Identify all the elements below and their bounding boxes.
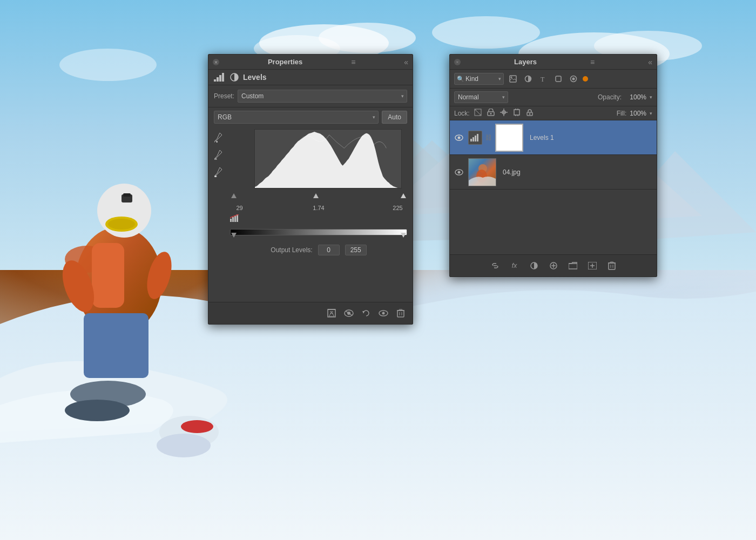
fx-icon: fx <box>512 262 517 269</box>
black-point-handle[interactable] <box>231 193 237 198</box>
preset-label: Preset: <box>214 92 234 100</box>
svg-rect-33 <box>217 77 219 82</box>
blend-mode-select[interactable]: Normal Dissolve Multiply Screen Overlay <box>454 91 508 103</box>
layers-collapse-icon[interactable]: « <box>648 58 652 66</box>
eyedropper-gray-icon <box>214 149 223 160</box>
filter-adjustment-button[interactable] <box>522 73 534 85</box>
photo-thumb-svg <box>469 159 496 186</box>
properties-close-button[interactable]: × <box>213 59 219 65</box>
layers-menu-icon[interactable]: ≡ <box>590 58 595 66</box>
layer-row-photo[interactable]: 04.jpg <box>450 155 657 190</box>
blend-opacity-row: Normal Dissolve Multiply Screen Overlay … <box>450 89 657 106</box>
filter-shape-button[interactable] <box>552 73 564 85</box>
gray-point-eyedropper[interactable] <box>213 148 225 160</box>
link-layers-icon <box>491 262 500 269</box>
lock-position-button[interactable] <box>499 109 509 118</box>
opacity-label: Opacity: <box>598 93 622 101</box>
filter-active-indicator <box>583 76 588 82</box>
layers-close-button[interactable]: × <box>454 59 461 65</box>
add-adjustment-button[interactable] <box>547 259 560 272</box>
lock-artboard-button[interactable] <box>512 109 522 118</box>
adjustment-circle-icon <box>230 73 239 82</box>
svg-point-67 <box>572 78 575 80</box>
photo-thumb <box>468 158 496 186</box>
preset-chevron-icon: ▾ <box>401 93 404 99</box>
delete-layer-button[interactable] <box>605 259 618 272</box>
add-group-button[interactable] <box>566 259 579 272</box>
kind-filter-select[interactable]: Kind Name Effect Mode Attribute Color <box>465 75 497 83</box>
lock-pixels-button[interactable] <box>486 109 496 118</box>
properties-menu-icon[interactable]: ≡ <box>351 58 355 66</box>
svg-rect-65 <box>556 76 561 82</box>
output-white-handle[interactable] <box>401 233 406 238</box>
search-icon: 🔍 <box>457 76 464 83</box>
levels-header: Levels <box>208 70 413 85</box>
black-point-eyedropper[interactable] <box>213 131 225 143</box>
panel-controls-left: × <box>213 59 219 65</box>
add-layer-button[interactable] <box>586 259 599 272</box>
channel-select[interactable]: RGB Red Green Blue <box>214 111 379 124</box>
properties-bottom-toolbar <box>208 302 413 324</box>
input-values-row <box>230 204 407 212</box>
output-black-handle[interactable] <box>231 233 237 238</box>
lock-transparent-button[interactable] <box>473 109 483 118</box>
photo-thumb-wrap <box>468 158 496 186</box>
layers-controls-left: × <box>454 59 461 65</box>
lock-label: Lock: <box>454 110 470 117</box>
view-prev-icon <box>344 309 354 317</box>
histogram-svg <box>255 130 401 188</box>
link-layers-button[interactable] <box>489 259 502 272</box>
opacity-value[interactable]: 100% <box>625 93 646 101</box>
filter-text-button[interactable]: T <box>537 73 549 85</box>
clip-to-layer-button[interactable] <box>325 307 338 320</box>
black-point-value[interactable] <box>230 205 249 211</box>
layers-titlebar: × Layers ≡ « <box>450 55 657 70</box>
adjustment-filter-icon <box>524 75 532 83</box>
white-point-eyedropper[interactable] <box>213 166 225 178</box>
delete-button[interactable] <box>394 307 407 320</box>
layer-row-levels-1[interactable]: ⛓ Levels 1 <box>450 120 657 155</box>
layers-empty-space <box>450 190 657 254</box>
filter-image-button[interactable] <box>507 73 519 85</box>
background-snow <box>108 216 756 540</box>
add-mask-button[interactable] <box>528 259 541 272</box>
view-previous-button[interactable] <box>342 307 355 320</box>
add-fx-button[interactable]: fx <box>508 259 521 272</box>
levels-icon <box>214 73 226 82</box>
delete-layer-icon <box>608 261 616 270</box>
eye-icon <box>379 310 388 316</box>
svg-point-62 <box>511 77 512 78</box>
svg-rect-89 <box>477 134 478 141</box>
text-filter-icon: T <box>539 75 547 83</box>
output-gradient-track <box>230 229 407 235</box>
reset-icon <box>362 309 370 318</box>
svg-rect-77 <box>514 110 519 115</box>
svg-point-73 <box>490 113 491 114</box>
svg-rect-105 <box>610 262 613 263</box>
svg-text:T: T <box>541 76 545 83</box>
reset-button[interactable] <box>360 307 373 320</box>
white-point-value[interactable] <box>388 205 407 211</box>
fill-chevron-icon: ▾ <box>650 111 652 116</box>
properties-collapse-icon[interactable]: « <box>404 58 408 66</box>
svg-rect-44 <box>234 215 236 222</box>
preset-select[interactable]: Custom Default Darker Increase Contrast … <box>238 90 407 103</box>
layer-visibility-photo[interactable] <box>454 167 464 177</box>
auto-button[interactable]: Auto <box>382 111 407 124</box>
lock-all-button[interactable] <box>525 109 535 118</box>
output-min-value[interactable] <box>318 245 340 255</box>
midpoint-handle[interactable] <box>313 193 319 198</box>
svg-point-39 <box>214 158 217 160</box>
output-max-value[interactable] <box>345 245 367 255</box>
layer-visibility-levels-1[interactable] <box>454 133 464 143</box>
fill-value[interactable]: 100% <box>630 110 646 117</box>
white-point-handle[interactable] <box>401 193 406 198</box>
layer-name-photo: 04.jpg <box>503 168 521 176</box>
midpoint-value[interactable] <box>309 205 328 211</box>
trash-icon <box>397 309 404 318</box>
add-mask-icon <box>530 261 538 270</box>
filter-smart-button[interactable] <box>568 73 579 85</box>
svg-marker-53 <box>362 311 364 313</box>
eyedropper-white-icon <box>214 166 223 177</box>
visibility-button[interactable] <box>377 307 390 320</box>
